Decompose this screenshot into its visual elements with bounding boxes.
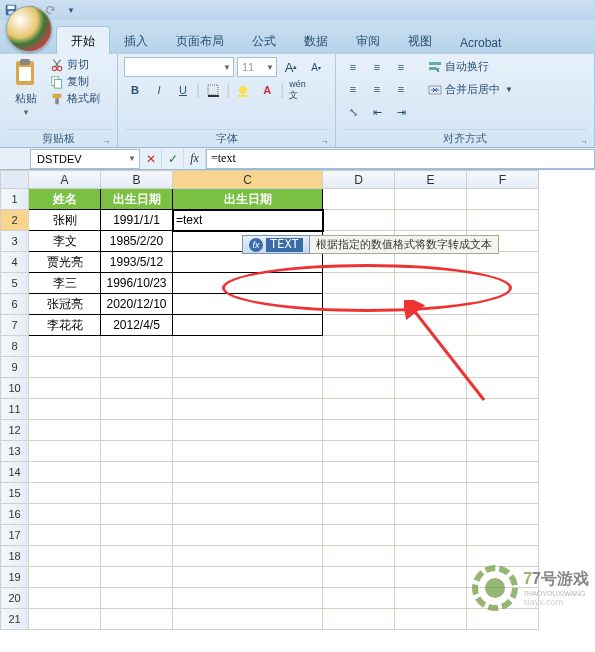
cell[interactable] (323, 336, 395, 357)
cell[interactable] (395, 588, 467, 609)
cell[interactable] (29, 336, 101, 357)
row-header[interactable]: 1 (1, 189, 29, 210)
cell[interactable] (173, 336, 323, 357)
cell[interactable] (467, 483, 539, 504)
col-header-a[interactable]: A (29, 171, 101, 189)
font-color-button[interactable]: A (256, 80, 278, 100)
cell[interactable] (395, 315, 467, 336)
cell[interactable]: 李三 (29, 273, 101, 294)
cell[interactable] (395, 504, 467, 525)
bold-button[interactable]: B (124, 80, 146, 100)
cell[interactable] (101, 462, 173, 483)
cell[interactable] (173, 546, 323, 567)
cell[interactable] (395, 252, 467, 273)
row-header[interactable]: 14 (1, 462, 29, 483)
cell[interactable] (173, 504, 323, 525)
italic-button[interactable]: I (148, 80, 170, 100)
cell[interactable] (467, 336, 539, 357)
copy-button[interactable]: 复制 (50, 74, 100, 89)
cell[interactable] (101, 546, 173, 567)
cell[interactable] (323, 273, 395, 294)
cell[interactable] (29, 609, 101, 630)
cell[interactable] (29, 567, 101, 588)
cell[interactable] (395, 462, 467, 483)
fx-button[interactable]: fx (184, 149, 206, 169)
cell[interactable]: 张冠亮 (29, 294, 101, 315)
grow-font-button[interactable]: A▴ (280, 57, 302, 77)
font-family-combo[interactable]: ▼ (124, 57, 234, 77)
function-tooltip[interactable]: fx TEXT 根据指定的数值格式将数字转成文本 (242, 235, 499, 254)
cell[interactable] (323, 252, 395, 273)
cell[interactable] (395, 399, 467, 420)
cell[interactable] (101, 420, 173, 441)
format-painter-button[interactable]: 格式刷 (50, 91, 100, 106)
cell[interactable] (467, 273, 539, 294)
col-header-e[interactable]: E (395, 171, 467, 189)
cell[interactable]: 1991/1/1 (101, 210, 173, 231)
cell[interactable] (395, 378, 467, 399)
cell[interactable] (395, 189, 467, 210)
tab-insert[interactable]: 插入 (110, 27, 162, 54)
merge-center-button[interactable]: 合并后居中 ▼ (424, 80, 517, 99)
cell[interactable] (173, 441, 323, 462)
row-header[interactable]: 8 (1, 336, 29, 357)
shrink-font-button[interactable]: A▾ (305, 57, 327, 77)
cell[interactable] (29, 462, 101, 483)
cell[interactable] (101, 336, 173, 357)
row-header[interactable]: 10 (1, 378, 29, 399)
cell[interactable] (467, 315, 539, 336)
cell[interactable] (29, 420, 101, 441)
cell[interactable] (173, 525, 323, 546)
row-header[interactable]: 16 (1, 504, 29, 525)
cell[interactable] (101, 378, 173, 399)
paste-button[interactable]: 粘贴 ▼ (6, 57, 46, 127)
cell[interactable] (323, 210, 395, 231)
cell[interactable] (323, 399, 395, 420)
col-header-b[interactable]: B (101, 171, 173, 189)
align-bottom-button[interactable]: ≡ (390, 57, 412, 77)
tab-review[interactable]: 审阅 (342, 27, 394, 54)
row-header[interactable]: 5 (1, 273, 29, 294)
name-box[interactable]: DSTDEV ▼ (30, 149, 140, 169)
row-header[interactable]: 4 (1, 252, 29, 273)
cell[interactable] (395, 525, 467, 546)
cell[interactable] (101, 567, 173, 588)
tab-home[interactable]: 开始 (56, 26, 110, 54)
cell[interactable] (29, 588, 101, 609)
align-center-button[interactable]: ≡ (366, 79, 388, 99)
cell[interactable] (323, 315, 395, 336)
cell[interactable] (395, 609, 467, 630)
fill-color-button[interactable] (232, 80, 254, 100)
cell[interactable] (395, 273, 467, 294)
cell[interactable] (323, 525, 395, 546)
tab-acrobat[interactable]: Acrobat (446, 30, 515, 54)
cell[interactable] (29, 504, 101, 525)
cell[interactable] (323, 189, 395, 210)
underline-button[interactable]: U (172, 80, 194, 100)
cell[interactable] (101, 441, 173, 462)
cell[interactable] (395, 210, 467, 231)
increase-indent-button[interactable]: ⇥ (390, 102, 412, 122)
active-cell[interactable]: =text (173, 210, 323, 231)
cell[interactable] (173, 483, 323, 504)
cell[interactable]: 贾光亮 (29, 252, 101, 273)
align-right-button[interactable]: ≡ (390, 79, 412, 99)
cell[interactable] (323, 567, 395, 588)
cancel-button[interactable]: ✕ (140, 149, 162, 169)
cell[interactable] (395, 336, 467, 357)
row-header[interactable]: 9 (1, 357, 29, 378)
align-left-button[interactable]: ≡ (342, 79, 364, 99)
cell[interactable] (101, 588, 173, 609)
col-header-c[interactable]: C (173, 171, 323, 189)
cell[interactable] (467, 189, 539, 210)
cell[interactable] (395, 567, 467, 588)
cell[interactable] (173, 294, 323, 315)
cell[interactable]: 姓名 (29, 189, 101, 210)
row-header[interactable]: 13 (1, 441, 29, 462)
cell[interactable] (101, 525, 173, 546)
cell[interactable] (323, 357, 395, 378)
cell[interactable] (173, 588, 323, 609)
row-header[interactable]: 7 (1, 315, 29, 336)
cell[interactable] (101, 483, 173, 504)
border-button[interactable] (202, 80, 224, 100)
